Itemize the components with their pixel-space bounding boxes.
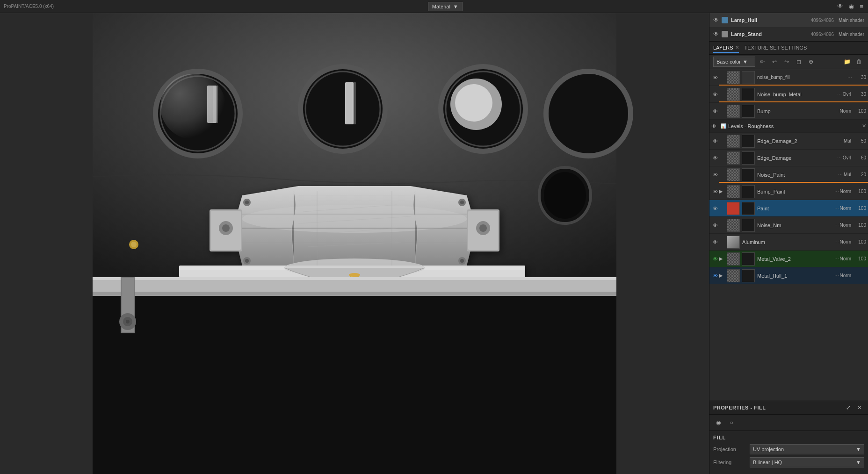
- layer-eye-metal-valve-2[interactable]: 👁: [711, 255, 719, 263]
- layer-dots-bump-paint: ⋯: [834, 189, 839, 194]
- svg-point-47: [460, 201, 464, 204]
- layer-thumb2-bump-paint: [742, 185, 755, 198]
- layer-name-levels-roughness: Levels - Roughness: [728, 123, 862, 129]
- texture-set-item-lamp-stand[interactable]: 👁 Lamp_Stand 4096x4096 Main shader: [709, 27, 868, 41]
- main-area: 👁 Lamp_Hull 4096x4096 Main shader 👁 Lamp…: [0, 13, 868, 474]
- layers-toolbar: Base color ▼ ✏ ↩ ↪ ◻ ⊕ 📁 🗑: [709, 55, 868, 69]
- layer-dots-noise-bump-fill: ⋯: [847, 75, 852, 80]
- eye-icon-lamp-stand[interactable]: 👁: [713, 31, 719, 37]
- viewport[interactable]: [0, 13, 709, 474]
- add-folder-icon[interactable]: 📁: [842, 57, 852, 67]
- properties-color-icon[interactable]: ○: [726, 417, 737, 428]
- eye-icon-lamp-hull[interactable]: 👁: [713, 17, 719, 23]
- layer-eye-noise-nm[interactable]: 👁: [711, 222, 719, 229]
- layer-opacity-noise-nm: 100: [853, 223, 866, 228]
- fill-icon[interactable]: ↩: [769, 57, 780, 67]
- layer-thumb-aluminum: [727, 236, 740, 249]
- layer-opacity-edge-damage: 60: [853, 155, 866, 160]
- layer-eye-bump[interactable]: 👁: [711, 108, 719, 115]
- levels-bar-icon: 📊: [721, 123, 726, 129]
- properties-close-icon[interactable]: ✕: [855, 403, 864, 412]
- layer-item-aluminum[interactable]: 👁 Aluminum ⋯ Norm 100: [709, 234, 868, 251]
- material-dropdown[interactable]: Material ▼: [428, 2, 463, 11]
- layer-item-noise-bump-fill[interactable]: 👁 noise_bump_fill ⋯ 30: [709, 69, 868, 86]
- top-bar-icons: 👁 ◉ ≡: [836, 2, 864, 11]
- layer-item-edge-damage[interactable]: 👁 Edge_Damage ⋯ Ovrl 60: [709, 150, 868, 166]
- layer-dots-aluminum: ⋯: [834, 239, 839, 244]
- eye-outline-icon[interactable]: ◉: [848, 2, 855, 11]
- menu-icon[interactable]: ≡: [859, 2, 864, 11]
- fill-projection-value[interactable]: UV projection ▼: [750, 444, 864, 454]
- layer-opacity-noise-paint: 20: [853, 172, 866, 177]
- layer-name-paint: Paint: [757, 206, 834, 211]
- layer-thumb-metal-valve-2: [727, 252, 740, 266]
- layer-eye-edge-damage-2[interactable]: 👁: [711, 137, 719, 145]
- orange-bar-noise-bump-fill: [719, 85, 868, 86]
- texture-set-item-lamp-hull[interactable]: 👁 Lamp_Hull 4096x4096 Main shader: [709, 13, 868, 27]
- fill-title: FILL: [713, 435, 864, 440]
- layer-eye-aluminum[interactable]: 👁: [711, 238, 719, 246]
- properties-fill-icon[interactable]: ◉: [713, 417, 723, 428]
- layer-blend-noise-paint: Mul: [844, 172, 851, 177]
- tab-layers[interactable]: LAYERS ✕: [713, 43, 739, 53]
- viewport-scene: [0, 13, 709, 474]
- layer-item-metal-hull-1[interactable]: 👁 ▶ Metal_Hull_1 ⋯ Norm: [709, 267, 868, 284]
- svg-point-19: [303, 69, 383, 149]
- layer-eye-paint[interactable]: 👁: [711, 205, 719, 212]
- layer-thumb-noise-bump-fill: [727, 71, 740, 84]
- transform-icon[interactable]: ↪: [781, 57, 792, 67]
- layer-item-edge-damage-2[interactable]: 👁 Edge_Damage_2 ⋯ Mul 50: [709, 133, 868, 150]
- layer-name-bump: Bump: [757, 108, 834, 114]
- layer-eye-levels-roughness[interactable]: 👁: [711, 123, 719, 129]
- layer-eye-noise-bump-fill[interactable]: 👁: [711, 74, 719, 81]
- layer-blend-edge-damage: Ovrl: [843, 155, 851, 160]
- layer-name-noise-nm: Noise_Nm: [757, 223, 834, 228]
- layer-item-levels-roughness[interactable]: 👁 📊 Levels - Roughness ✕: [709, 120, 868, 133]
- layers-list: 👁 noise_bump_fill ⋯ 30 👁 Noise_bump_Meta…: [709, 69, 868, 401]
- layer-dots-noise-nm: ⋯: [834, 223, 839, 228]
- svg-rect-65: [93, 292, 616, 296]
- layer-item-metal-valve-2[interactable]: 👁 ▶ Metal_Valve_2 ⋯ Norm 100: [709, 251, 868, 267]
- layer-eye-noise-paint[interactable]: 👁: [711, 171, 719, 179]
- channel-arrow: ▼: [743, 59, 748, 65]
- layer-eye-bump-paint[interactable]: 👁: [711, 188, 719, 195]
- eraser-icon[interactable]: ◻: [794, 57, 804, 67]
- layer-eye-metal-hull-1[interactable]: 👁: [711, 272, 719, 280]
- layer-dots-metal-hull-1: ⋯: [834, 273, 839, 278]
- layer-item-noise-paint[interactable]: 👁 Noise_Paint ⋯ Mul 20: [709, 166, 868, 183]
- layer-dots-bump: ⋯: [834, 108, 839, 114]
- layer-item-noise-bump-metal[interactable]: 👁 Noise_bump_Metal ⋯ Ovrl 30: [709, 86, 868, 103]
- tab-layers-close[interactable]: ✕: [735, 45, 739, 50]
- fill-filtering-value[interactable]: Bilinear | HQ ▼: [750, 457, 864, 467]
- layer-opacity-paint: 100: [853, 206, 866, 211]
- svg-rect-66: [93, 296, 616, 474]
- tab-texture-set-settings-label: TEXTURE SET SETTINGS: [745, 45, 807, 50]
- layer-thumb-edge-damage: [727, 151, 740, 165]
- ts-name-lamp-hull: Lamp_Hull: [731, 17, 808, 23]
- layer-item-bump-paint[interactable]: 👁 ▶ Bump_Paint ⋯ Norm 100: [709, 183, 868, 200]
- properties-expand-icon[interactable]: ⤢: [844, 403, 853, 412]
- layer-item-noise-nm[interactable]: 👁 Noise_Nm ⋯ Norm 100: [709, 217, 868, 234]
- layer-thumb2-metal-valve-2: [742, 252, 755, 266]
- paint-brush-icon[interactable]: ✏: [757, 57, 767, 67]
- svg-rect-22: [352, 82, 356, 124]
- channel-select[interactable]: Base color ▼: [713, 57, 755, 67]
- fill-projection-row: Projection UV projection ▼: [713, 444, 864, 454]
- layer-folder-bump-paint: ▶: [719, 188, 725, 194]
- properties-icons: ⤢ ✕: [844, 403, 864, 412]
- svg-point-39: [222, 224, 230, 232]
- layer-item-paint[interactable]: 👁 Paint ⋯ Norm 100: [709, 200, 868, 217]
- layer-close-levels-roughness[interactable]: ✕: [862, 123, 866, 129]
- layer-eye-noise-bump-metal[interactable]: 👁: [711, 91, 719, 98]
- tab-texture-set-settings[interactable]: TEXTURE SET SETTINGS: [745, 43, 807, 53]
- trash-icon[interactable]: 🗑: [854, 57, 864, 67]
- layer-eye-edge-damage[interactable]: 👁: [711, 154, 719, 162]
- ts-size-lamp-stand: 4096x4096: [810, 32, 834, 37]
- fill-filtering-label: Filtering: [713, 460, 746, 465]
- eye-solid-icon[interactable]: 👁: [836, 2, 844, 11]
- layer-opacity-noise-bump-fill: 30: [853, 75, 866, 80]
- layer-item-bump[interactable]: 👁 Bump ⋯ Norm 100: [709, 103, 868, 120]
- layer-thumb-metal-hull-1: [727, 269, 740, 282]
- layer-dots-noise-paint: ⋯: [838, 172, 843, 177]
- sample-icon[interactable]: ⊕: [806, 57, 816, 67]
